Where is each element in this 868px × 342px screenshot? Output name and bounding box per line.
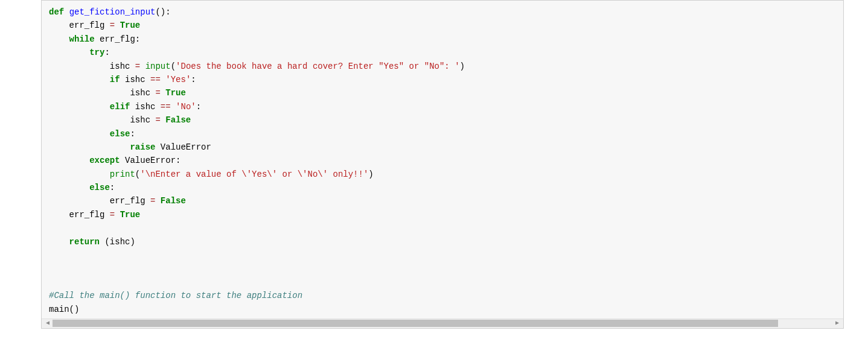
code-token (140, 62, 145, 71)
code-token (161, 115, 165, 125)
code-token: (ishc) (100, 237, 135, 247)
code-token (64, 7, 69, 17)
code-token: = (110, 210, 115, 220)
code-line: try: (49, 46, 836, 59)
code-token: = (135, 62, 140, 71)
code-token: = (155, 88, 160, 98)
code-token: : (130, 129, 135, 139)
code-line: err_flg = True (49, 208, 836, 221)
code-line: if ishc == 'Yes': (49, 73, 836, 86)
code-line: return (ishc) (49, 235, 836, 249)
code-token: try (89, 48, 104, 57)
code-token: 'Does the book have a hard cover? Enter … (176, 62, 459, 71)
code-token: ( (171, 62, 176, 71)
code-token: input (145, 62, 171, 71)
scroll-right-arrow-icon[interactable]: ▶ (834, 320, 841, 327)
code-line: err_flg = True (49, 19, 836, 32)
code-token: print (110, 169, 135, 179)
code-token: 'No' (176, 102, 196, 112)
code-token: #Call the main() function to start the a… (49, 291, 302, 300)
code-token (161, 88, 165, 98)
code-token: : (110, 183, 115, 192)
code-token: True (120, 210, 141, 220)
code-token: main() (49, 305, 79, 314)
code-token: ishc (110, 62, 135, 71)
code-token: err_flg: (95, 34, 141, 44)
code-line: elif ishc == 'No': (49, 100, 836, 113)
code-token: 'Yes' (165, 75, 191, 84)
code-token: ValueError (161, 142, 211, 152)
code-token: while (69, 34, 95, 44)
scroll-left-arrow-icon[interactable]: ◀ (44, 320, 51, 327)
code-token: return (69, 237, 100, 247)
code-line: print('\nEnter a value of \'Yes\' or \'N… (49, 168, 836, 181)
code-token: : (196, 102, 201, 112)
code-line: ishc = True (49, 86, 836, 100)
code-token: : (104, 48, 109, 57)
code-token: err_flg (69, 21, 110, 30)
code-line (49, 221, 836, 235)
code-token: : (176, 156, 180, 165)
code-token: ValueError (125, 156, 176, 165)
code-line: def get_fiction_input(): (49, 5, 836, 19)
code-token: ( (135, 169, 140, 179)
code-line: while err_flg: (49, 33, 836, 46)
code-token: == (150, 75, 161, 84)
code-token: ) (368, 169, 373, 179)
scrollbar-track[interactable] (53, 320, 832, 327)
code-line (49, 276, 836, 289)
code-token: if (110, 75, 120, 84)
code-token: else (89, 183, 110, 192)
code-token: (): (155, 7, 170, 17)
code-token: = (155, 115, 160, 125)
code-token: True (120, 21, 141, 30)
code-token: raise (130, 142, 155, 152)
code-token (115, 21, 120, 30)
code-token (171, 102, 176, 112)
code-token: ishc (130, 88, 155, 98)
code-cell: def get_fiction_input(): err_flg = True … (41, 0, 844, 329)
code-line: ishc = False (49, 113, 836, 127)
code-token: except (89, 156, 120, 165)
code-token: elif (110, 102, 130, 112)
code-content: def get_fiction_input(): err_flg = True … (42, 5, 843, 318)
scrollbar-thumb-gap (778, 320, 832, 327)
code-token: True (165, 88, 186, 98)
code-token: get_fiction_input (69, 7, 156, 17)
code-token: = (110, 21, 115, 30)
code-token: ishc (120, 75, 150, 84)
code-token: False (165, 115, 191, 125)
code-token: : (191, 75, 196, 84)
code-line (49, 262, 836, 275)
code-line: ishc = input('Does the book have a hard … (49, 60, 836, 73)
code-token: == (161, 102, 171, 112)
code-line: raise ValueError (49, 141, 836, 154)
code-token (155, 196, 160, 206)
code-token: ishc (130, 102, 160, 112)
code-line: main() (49, 303, 836, 316)
code-line: except ValueError: (49, 154, 836, 167)
code-line: else: (49, 127, 836, 141)
code-token: def (49, 7, 64, 17)
code-token: err_flg (69, 210, 110, 220)
code-token: ) (460, 62, 465, 71)
code-line: else: (49, 181, 836, 194)
code-line: #Call the main() function to start the a… (49, 289, 836, 302)
code-token: False (161, 196, 186, 206)
code-token: '\nEnter a value of \'Yes\' or \'No\' on… (140, 169, 368, 179)
code-token (155, 142, 160, 152)
code-token (120, 156, 125, 165)
code-token: else (110, 129, 130, 139)
horizontal-scrollbar[interactable]: ◀ ▶ (42, 318, 843, 328)
code-line: err_flg = False (49, 194, 836, 207)
code-line (49, 249, 836, 262)
code-token: ishc (130, 115, 155, 125)
code-token: err_flg (110, 196, 150, 206)
code-token (115, 210, 120, 220)
